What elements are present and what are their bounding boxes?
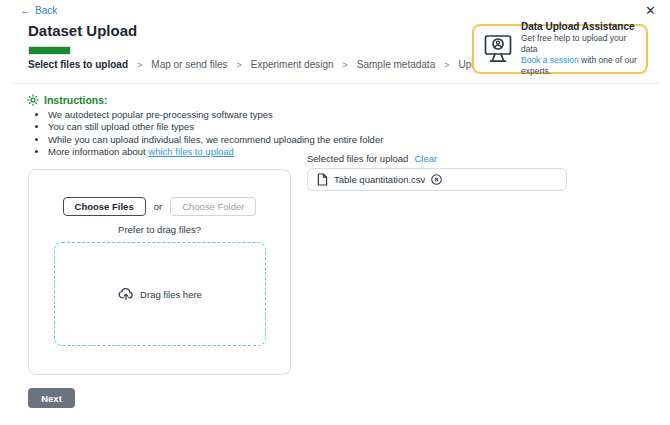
file-name: Table quantitation.csv [334, 174, 425, 185]
instruction-item: We autodetect popular pre-processing sof… [48, 109, 383, 121]
back-label: Back [35, 5, 57, 16]
choose-buttons-row: Choose Files or Choose Folder [29, 197, 290, 216]
header-divider [10, 83, 660, 84]
assistance-text: Data Upload Assistance Get free help to … [521, 21, 638, 77]
remove-file-icon[interactable] [431, 174, 442, 185]
choose-files-button[interactable]: Choose Files [63, 197, 146, 216]
instruction-item: You can still upload other file types [48, 121, 383, 133]
next-button[interactable]: Next [28, 388, 75, 408]
dropzone-label: Drag files here [140, 289, 202, 300]
instruction-item: While you can upload individual files, w… [48, 134, 383, 146]
breadcrumb-separator: > [343, 60, 348, 70]
clear-link[interactable]: Clear [414, 153, 437, 164]
breadcrumb-separator: > [444, 60, 449, 70]
assistance-subtitle: Get free help to upload your data [521, 33, 638, 55]
assistance-title: Data Upload Assistance [521, 21, 638, 32]
instructions-list: We autodetect popular pre-processing sof… [48, 109, 383, 158]
breadcrumb-step-select-files[interactable]: Select files to upload [28, 59, 128, 70]
selected-files-label: Selected files for upload [307, 153, 408, 164]
drag-prompt: Prefer to drag files? [29, 224, 290, 235]
close-icon[interactable]: ✕ [645, 4, 656, 17]
tips-sun-icon [27, 94, 39, 106]
dropzone[interactable]: Drag files here [54, 242, 266, 346]
breadcrumb-step-sample-metadata[interactable]: Sample metadata [357, 59, 435, 70]
progress-bar [28, 46, 71, 55]
breadcrumb-step-map-or-send[interactable]: Map or send files [151, 59, 227, 70]
back-arrow-icon: ← [20, 5, 31, 16]
cloud-upload-icon [118, 287, 134, 301]
dataset-upload-screen: ← Back ✕ Dataset Upload Select files to … [0, 0, 670, 425]
breadcrumb-separator: > [236, 60, 241, 70]
instructions-heading: Instructions: [27, 94, 108, 106]
assistance-card: Data Upload Assistance Get free help to … [472, 24, 648, 74]
support-monitor-icon [484, 34, 512, 64]
page-title: Dataset Upload [28, 22, 137, 39]
upload-card: Choose Files or Choose Folder Prefer to … [28, 169, 291, 375]
instructions-label: Instructions: [44, 94, 108, 106]
breadcrumb-separator: > [137, 60, 142, 70]
book-session-link[interactable]: Book a session [521, 55, 579, 65]
instruction-more-prefix: More information about [48, 146, 148, 157]
file-document-icon [317, 173, 328, 186]
back-link[interactable]: ← Back [20, 5, 57, 16]
which-files-link[interactable]: which files to upload [148, 146, 234, 157]
breadcrumb: Select files to upload > Map or send fil… [28, 59, 526, 70]
selected-file-row: Table quantitation.csv [307, 168, 567, 191]
or-label: or [154, 201, 162, 212]
choose-folder-button[interactable]: Choose Folder [170, 197, 256, 216]
selected-files-header: Selected files for upload Clear [307, 153, 437, 164]
breadcrumb-step-experiment-design[interactable]: Experiment design [251, 59, 334, 70]
